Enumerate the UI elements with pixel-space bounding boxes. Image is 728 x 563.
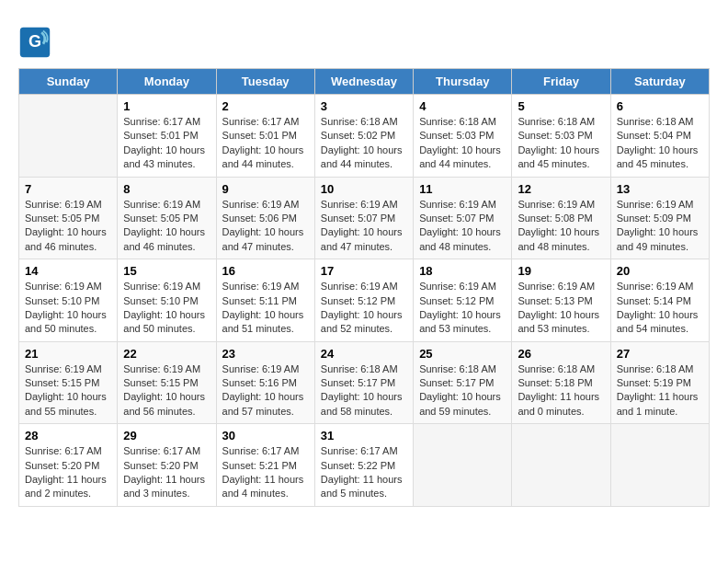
day-number: 12 xyxy=(518,182,604,196)
day-number: 29 xyxy=(123,429,210,442)
day-detail: Sunrise: 6:18 AM Sunset: 5:03 PM Dayligh… xyxy=(419,115,506,172)
day-number: 19 xyxy=(518,264,604,278)
calendar-cell: 15 Sunrise: 6:19 AM Sunset: 5:10 PM Dayl… xyxy=(118,259,216,342)
day-detail: Sunrise: 6:17 AM Sunset: 5:01 PM Dayligh… xyxy=(222,115,309,172)
weekday-header: Thursday xyxy=(414,69,512,95)
day-detail: Sunrise: 6:18 AM Sunset: 5:17 PM Dayligh… xyxy=(419,362,506,419)
day-detail: Sunrise: 6:19 AM Sunset: 5:07 PM Dayligh… xyxy=(419,198,506,255)
day-number: 8 xyxy=(123,182,210,196)
calendar-cell: 26 Sunrise: 6:18 AM Sunset: 5:18 PM Dayl… xyxy=(512,341,610,424)
calendar-cell: 30 Sunrise: 6:17 AM Sunset: 5:21 PM Dayl… xyxy=(216,424,314,507)
weekday-header: Saturday xyxy=(610,69,709,95)
calendar-cell: 31 Sunrise: 6:17 AM Sunset: 5:22 PM Dayl… xyxy=(314,424,413,507)
calendar-cell: 21 Sunrise: 6:19 AM Sunset: 5:15 PM Dayl… xyxy=(19,341,118,424)
page-header: G xyxy=(18,22,710,59)
day-detail: Sunrise: 6:17 AM Sunset: 5:21 PM Dayligh… xyxy=(222,444,309,501)
weekday-header: Friday xyxy=(512,69,610,95)
calendar-cell: 17 Sunrise: 6:19 AM Sunset: 5:12 PM Dayl… xyxy=(314,259,413,342)
day-detail: Sunrise: 6:19 AM Sunset: 5:14 PM Dayligh… xyxy=(617,280,703,337)
day-number: 25 xyxy=(419,347,506,361)
day-detail: Sunrise: 6:17 AM Sunset: 5:01 PM Dayligh… xyxy=(123,115,210,172)
day-number: 7 xyxy=(25,182,111,196)
day-number: 1 xyxy=(123,99,210,113)
day-detail: Sunrise: 6:19 AM Sunset: 5:06 PM Dayligh… xyxy=(222,198,309,255)
calendar-cell: 8 Sunrise: 6:19 AM Sunset: 5:05 PM Dayli… xyxy=(118,177,216,259)
day-detail: Sunrise: 6:19 AM Sunset: 5:11 PM Dayligh… xyxy=(222,280,309,337)
day-number: 13 xyxy=(617,182,703,196)
day-detail: Sunrise: 6:18 AM Sunset: 5:04 PM Dayligh… xyxy=(617,115,703,172)
calendar-week-row: 21 Sunrise: 6:19 AM Sunset: 5:15 PM Dayl… xyxy=(19,341,710,424)
day-detail: Sunrise: 6:19 AM Sunset: 5:12 PM Dayligh… xyxy=(321,280,407,337)
calendar-cell xyxy=(19,95,118,178)
day-detail: Sunrise: 6:19 AM Sunset: 5:09 PM Dayligh… xyxy=(617,198,703,255)
day-number: 26 xyxy=(518,347,604,361)
calendar-cell: 12 Sunrise: 6:19 AM Sunset: 5:08 PM Dayl… xyxy=(512,177,610,259)
calendar-cell: 14 Sunrise: 6:19 AM Sunset: 5:10 PM Dayl… xyxy=(19,259,118,342)
day-detail: Sunrise: 6:17 AM Sunset: 5:20 PM Dayligh… xyxy=(25,444,111,501)
day-number: 3 xyxy=(321,99,407,113)
calendar-cell xyxy=(610,424,709,507)
day-number: 18 xyxy=(419,264,506,278)
svg-text:G: G xyxy=(28,32,41,51)
calendar-cell: 10 Sunrise: 6:19 AM Sunset: 5:07 PM Dayl… xyxy=(314,177,413,259)
day-number: 27 xyxy=(617,347,703,361)
day-number: 14 xyxy=(25,264,111,278)
day-detail: Sunrise: 6:19 AM Sunset: 5:05 PM Dayligh… xyxy=(123,198,210,255)
day-detail: Sunrise: 6:19 AM Sunset: 5:15 PM Dayligh… xyxy=(25,362,111,419)
calendar-cell: 24 Sunrise: 6:18 AM Sunset: 5:17 PM Dayl… xyxy=(314,341,413,424)
weekday-header: Tuesday xyxy=(216,69,314,95)
calendar-cell: 18 Sunrise: 6:19 AM Sunset: 5:12 PM Dayl… xyxy=(414,259,512,342)
day-detail: Sunrise: 6:19 AM Sunset: 5:05 PM Dayligh… xyxy=(25,198,111,255)
logo-icon: G xyxy=(18,26,51,59)
weekday-header: Sunday xyxy=(19,69,118,95)
day-detail: Sunrise: 6:19 AM Sunset: 5:15 PM Dayligh… xyxy=(123,362,210,419)
calendar-cell: 28 Sunrise: 6:17 AM Sunset: 5:20 PM Dayl… xyxy=(19,424,118,507)
day-number: 2 xyxy=(222,99,309,113)
day-number: 30 xyxy=(222,429,309,442)
day-detail: Sunrise: 6:18 AM Sunset: 5:03 PM Dayligh… xyxy=(518,115,604,172)
calendar-cell: 5 Sunrise: 6:18 AM Sunset: 5:03 PM Dayli… xyxy=(512,95,610,178)
day-number: 16 xyxy=(222,264,309,278)
day-number: 31 xyxy=(321,429,407,442)
calendar-cell xyxy=(512,424,610,507)
calendar-table: SundayMondayTuesdayWednesdayThursdayFrid… xyxy=(18,68,710,507)
calendar-cell: 25 Sunrise: 6:18 AM Sunset: 5:17 PM Dayl… xyxy=(414,341,512,424)
day-detail: Sunrise: 6:19 AM Sunset: 5:12 PM Dayligh… xyxy=(419,280,506,337)
calendar-cell: 19 Sunrise: 6:19 AM Sunset: 5:13 PM Dayl… xyxy=(512,259,610,342)
calendar-cell: 9 Sunrise: 6:19 AM Sunset: 5:06 PM Dayli… xyxy=(216,177,314,259)
calendar-cell: 13 Sunrise: 6:19 AM Sunset: 5:09 PM Dayl… xyxy=(610,177,709,259)
day-detail: Sunrise: 6:19 AM Sunset: 5:10 PM Dayligh… xyxy=(25,280,111,337)
day-number: 5 xyxy=(518,99,604,113)
day-number: 24 xyxy=(321,347,407,361)
day-number: 10 xyxy=(321,182,407,196)
day-number: 20 xyxy=(617,264,703,278)
day-number: 22 xyxy=(123,347,210,361)
calendar-cell: 3 Sunrise: 6:18 AM Sunset: 5:02 PM Dayli… xyxy=(314,95,413,178)
calendar-cell: 27 Sunrise: 6:18 AM Sunset: 5:19 PM Dayl… xyxy=(610,341,709,424)
day-number: 9 xyxy=(222,182,309,196)
calendar-cell: 1 Sunrise: 6:17 AM Sunset: 5:01 PM Dayli… xyxy=(118,95,216,178)
day-detail: Sunrise: 6:19 AM Sunset: 5:16 PM Dayligh… xyxy=(222,362,309,419)
calendar-cell: 22 Sunrise: 6:19 AM Sunset: 5:15 PM Dayl… xyxy=(118,341,216,424)
day-detail: Sunrise: 6:19 AM Sunset: 5:08 PM Dayligh… xyxy=(518,198,604,255)
day-number: 21 xyxy=(25,347,111,361)
day-number: 15 xyxy=(123,264,210,278)
calendar-cell: 11 Sunrise: 6:19 AM Sunset: 5:07 PM Dayl… xyxy=(414,177,512,259)
calendar-cell xyxy=(414,424,512,507)
day-detail: Sunrise: 6:17 AM Sunset: 5:20 PM Dayligh… xyxy=(123,444,210,501)
logo: G xyxy=(18,26,55,59)
day-detail: Sunrise: 6:19 AM Sunset: 5:10 PM Dayligh… xyxy=(123,280,210,337)
calendar-week-row: 14 Sunrise: 6:19 AM Sunset: 5:10 PM Dayl… xyxy=(19,259,710,342)
day-detail: Sunrise: 6:17 AM Sunset: 5:22 PM Dayligh… xyxy=(321,444,407,501)
calendar-cell: 20 Sunrise: 6:19 AM Sunset: 5:14 PM Dayl… xyxy=(610,259,709,342)
calendar-cell: 29 Sunrise: 6:17 AM Sunset: 5:20 PM Dayl… xyxy=(118,424,216,507)
calendar-week-row: 7 Sunrise: 6:19 AM Sunset: 5:05 PM Dayli… xyxy=(19,177,710,259)
day-number: 17 xyxy=(321,264,407,278)
weekday-header: Monday xyxy=(118,69,216,95)
calendar-cell: 6 Sunrise: 6:18 AM Sunset: 5:04 PM Dayli… xyxy=(610,95,709,178)
weekday-header: Wednesday xyxy=(314,69,413,95)
day-number: 23 xyxy=(222,347,309,361)
day-detail: Sunrise: 6:18 AM Sunset: 5:18 PM Dayligh… xyxy=(518,362,604,419)
day-number: 11 xyxy=(419,182,506,196)
day-detail: Sunrise: 6:18 AM Sunset: 5:19 PM Dayligh… xyxy=(617,362,703,419)
